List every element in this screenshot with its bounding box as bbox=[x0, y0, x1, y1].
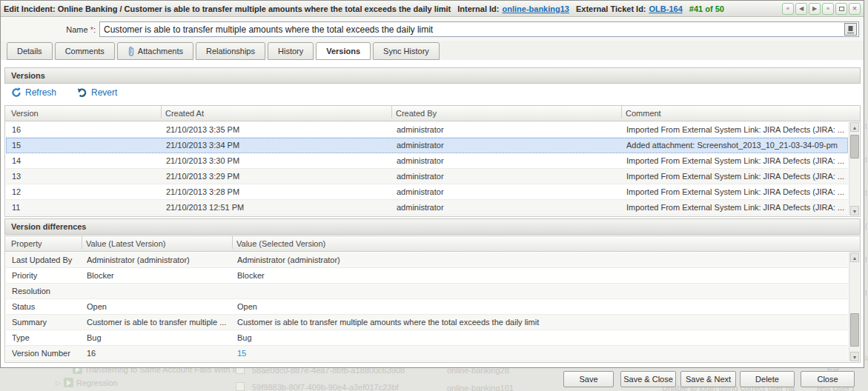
internal-id-link[interactable]: online-banking13 bbox=[503, 4, 569, 13]
name-input[interactable] bbox=[99, 21, 859, 37]
table-row: Type Bug Bug bbox=[6, 330, 848, 346]
revert-button[interactable]: Revert bbox=[77, 87, 117, 98]
paperclip-icon bbox=[127, 46, 135, 56]
scroll-up-arrow[interactable]: ▲ bbox=[850, 253, 859, 262]
scroll-up-arrow[interactable]: ▲ bbox=[850, 122, 859, 132]
dialog-title: Edit Incident: Online Banking / Customer… bbox=[4, 4, 451, 13]
tab-details[interactable]: Details bbox=[7, 42, 53, 60]
column-header-created-by: Created By bbox=[396, 106, 618, 121]
external-ticket-label: External Ticket Id: bbox=[576, 4, 646, 13]
background-edge-fragment: t bbox=[865, 255, 867, 264]
version-differences-table: Property Value (Latest Version) Value (S… bbox=[4, 235, 861, 363]
internal-id-label: Internal Id: bbox=[457, 4, 499, 13]
table-row[interactable]: 11 21/10/2013 12:51 PM administrator Imp… bbox=[6, 200, 848, 215]
revert-icon bbox=[77, 87, 87, 98]
background-edge-fragment: t bbox=[865, 156, 867, 164]
record-position: #41 of 50 bbox=[689, 4, 724, 13]
tab-relationships[interactable]: Relationships bbox=[196, 42, 265, 60]
name-label: Name *: bbox=[1, 25, 96, 34]
close-dialog-button[interactable]: × bbox=[849, 3, 861, 15]
scroll-down-arrow[interactable]: ▼ bbox=[850, 352, 859, 361]
versions-table-header: Version Created At Created By Comment bbox=[5, 106, 860, 121]
tab-history[interactable]: History bbox=[268, 42, 314, 60]
scrollbar-thumb[interactable] bbox=[850, 313, 859, 347]
table-row[interactable]: 14 21/10/2013 3:30 PM administrator Impo… bbox=[6, 153, 848, 169]
tab-attachments[interactable]: Attachments bbox=[117, 42, 193, 60]
versions-table-body: 16 21/10/2013 3:35 PM administrator Impo… bbox=[6, 122, 848, 215]
first-record-button[interactable]: « bbox=[782, 3, 794, 15]
differences-scrollbar[interactable]: ▲ ▼ bbox=[849, 253, 859, 361]
differences-table-body: Last Updated By Administrator (administr… bbox=[6, 253, 848, 361]
dialog-nav-buttons: « ◀ ▶ » × bbox=[782, 3, 861, 15]
external-ticket-link[interactable]: OLB-164 bbox=[649, 4, 683, 13]
column-header-created-at: Created At bbox=[165, 106, 388, 121]
name-field-row: Name *: bbox=[1, 18, 864, 41]
table-row: Last Updated By Administrator (administr… bbox=[6, 253, 848, 268]
column-header-property: Property bbox=[11, 236, 82, 252]
table-row[interactable]: 16 21/10/2013 3:35 PM administrator Impo… bbox=[6, 122, 848, 138]
background-edge-fragment: ia bbox=[865, 354, 868, 362]
tab-versions[interactable]: Versions bbox=[316, 42, 371, 60]
expander-icon: ▷ bbox=[56, 379, 61, 387]
background-edge-fragment: t bbox=[865, 289, 867, 297]
dialog-title-bar: Edit Incident: Online Banking / Customer… bbox=[1, 1, 864, 17]
save-button[interactable]: Save bbox=[563, 371, 614, 387]
table-row[interactable]: 13 21/10/2013 3:29 PM administrator Impo… bbox=[6, 169, 848, 184]
tab-comments[interactable]: Comments bbox=[55, 42, 115, 60]
background-edge-fragment: t bbox=[865, 189, 867, 197]
version-differences-header: Version differences bbox=[4, 218, 861, 235]
selected-version-link[interactable]: 15 bbox=[237, 346, 845, 361]
column-header-selected: Value (Selected Version) bbox=[236, 236, 857, 252]
previous-record-button[interactable]: ◀ bbox=[795, 3, 807, 15]
table-row-selected[interactable]: 15 21/10/2013 3:34 PM administrator Adde… bbox=[6, 138, 848, 153]
scroll-down-arrow[interactable]: ▼ bbox=[850, 206, 859, 215]
versions-section-header: Versions bbox=[4, 67, 861, 84]
table-row: Priority Blocker Blocker bbox=[6, 268, 848, 284]
text-format-icon bbox=[847, 25, 855, 34]
differences-table-header: Property Value (Latest Version) Value (S… bbox=[5, 236, 860, 252]
background-edge-fragment: t bbox=[865, 122, 867, 130]
column-header-comment: Comment bbox=[626, 106, 857, 121]
column-header-latest: Value (Latest Version) bbox=[86, 236, 231, 252]
background-id: online-banking101 bbox=[447, 384, 514, 391]
table-row: Summary Customer is able to transfer mul… bbox=[6, 315, 848, 330]
background-tree-item: Regression bbox=[76, 378, 118, 387]
table-row: Version Number 16 15 bbox=[6, 346, 848, 361]
play-icon bbox=[64, 378, 73, 387]
save-and-next-button[interactable]: Save & Next bbox=[680, 371, 736, 387]
background-edge-fragment: ( bbox=[865, 222, 867, 230]
checkbox bbox=[236, 382, 245, 391]
tab-strip: Details Comments Attachments Relationshi… bbox=[1, 41, 864, 60]
maximize-icon bbox=[839, 7, 844, 11]
save-and-close-button[interactable]: Save & Close bbox=[620, 371, 676, 387]
tab-sync-history[interactable]: Sync History bbox=[373, 42, 440, 60]
edit-incident-dialog: Edit Incident: Online Banking / Customer… bbox=[0, 0, 864, 368]
versions-scrollbar[interactable]: ▲ ▼ bbox=[849, 122, 859, 215]
table-row: Resolution bbox=[6, 284, 848, 299]
refresh-icon bbox=[11, 87, 21, 98]
table-row: Status Open Open bbox=[6, 299, 848, 315]
close-button[interactable]: Close bbox=[801, 371, 855, 387]
background-hash: 59f9883b-80f7-409b-90e4-a3ef017c23bf bbox=[252, 383, 399, 391]
last-record-button[interactable]: » bbox=[822, 3, 834, 15]
scrollbar-thumb[interactable] bbox=[850, 135, 859, 158]
versions-toolbar: Refresh Revert bbox=[11, 87, 117, 98]
text-format-button[interactable] bbox=[844, 23, 857, 36]
versions-table: Version Created At Created By Comment 16… bbox=[4, 105, 861, 217]
maximize-button[interactable] bbox=[835, 3, 847, 15]
delete-button[interactable]: Delete bbox=[740, 371, 795, 387]
refresh-button[interactable]: Refresh bbox=[11, 87, 56, 98]
column-header-version: Version bbox=[11, 106, 159, 121]
next-record-button[interactable]: ▶ bbox=[809, 3, 821, 15]
table-row[interactable]: 12 21/10/2013 3:28 PM administrator Impo… bbox=[6, 184, 848, 200]
